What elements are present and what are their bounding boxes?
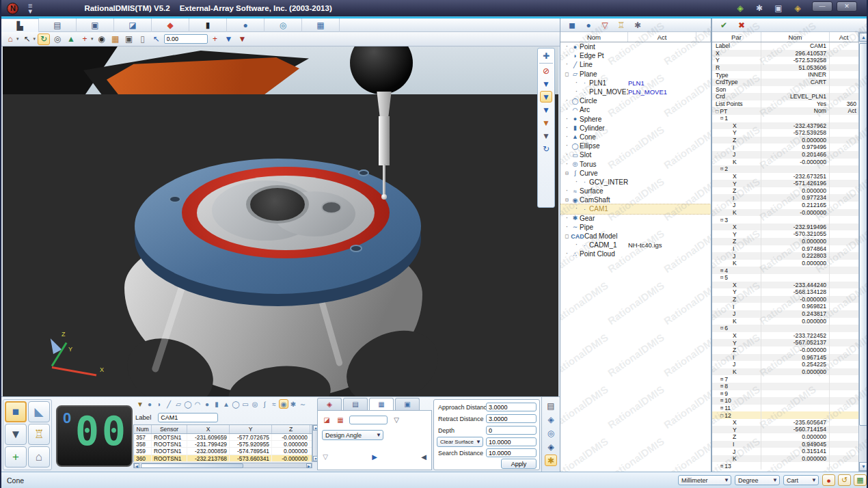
sensor-rack-icon[interactable]: ♖ [615,19,627,31]
zoom-window-icon[interactable]: ◎ [51,33,64,45]
point-group-5[interactable]: ⊟5 [712,274,858,282]
point-1-z[interactable]: Z0.000000 [712,137,858,144]
angle-filter-input[interactable] [349,416,388,424]
torus-icon[interactable]: ◎ [250,399,260,409]
property-row-label[interactable]: LabelCAM1 [712,42,858,50]
property-row-y[interactable]: Y-572.539258 [712,57,858,64]
slot-icon[interactable]: ▭ [241,399,250,409]
tree-guide[interactable]: · [563,161,571,167]
lock-status-icon[interactable]: ◈ [791,2,804,14]
sphere-icon[interactable]: ● [202,399,212,409]
point-6-k[interactable]: K0.000000 [712,368,858,376]
point-1-x[interactable]: X-232.437962 [712,122,858,130]
property-row-x[interactable]: X296.410537 [712,50,858,57]
property-row-type[interactable]: TypeINNER [712,71,858,79]
point-expand-toggle[interactable]: ⊞ [720,268,723,273]
point-5-i[interactable]: I0.969821 [712,303,858,310]
quick-menu-icon[interactable]: ≡▾ [28,3,32,14]
tree-item-circle[interactable]: ·◯Circle [560,96,711,105]
props-col-act[interactable]: Act [830,32,858,42]
tree-item-cad-model[interactable]: □CADCad Model [560,232,711,241]
pt-checkbox[interactable]: □ [716,109,718,114]
tree-guide[interactable]: · [563,116,571,122]
render-mode-icon[interactable]: ▦ [109,33,122,45]
table-col-num[interactable]: Num [134,425,152,433]
tree-guide[interactable]: · [563,152,571,158]
point-12-k[interactable]: K0.000000 [712,455,858,463]
coord-system-select[interactable]: Cart▼ [783,475,819,485]
cnc-axes-icon-caret[interactable]: ▾ [91,36,94,42]
property-row-crd[interactable]: CrdLEVEL_PLN1 [712,93,858,100]
approach-distance-input[interactable] [486,403,537,411]
point-3-k[interactable]: K0.000000 [712,260,858,267]
tree-settings-icon[interactable]: ✱ [632,19,644,31]
pipe-icon[interactable]: ∼ [298,399,308,409]
filter-funnel-icon[interactable]: ▽ [392,415,401,424]
machine-status-icon[interactable]: ✱ [753,2,765,14]
surface-icon[interactable]: ≈ [269,399,279,409]
dual-screen-icon[interactable]: ▣ [772,2,785,14]
tab-monitor[interactable]: ▦ [314,20,327,31]
tree-guide[interactable]: · [573,89,580,95]
edge-point-icon[interactable]: ◗ [154,399,164,409]
props-col-par[interactable]: Par [712,32,761,42]
select-cursor-icon[interactable]: ↖ [21,33,33,45]
tree-item-line[interactable]: ·╱Line [560,60,711,69]
tree-guide[interactable]: · [563,44,571,50]
tree-guide[interactable]: · [573,80,580,86]
props-col-nom[interactable]: Nom [761,32,830,42]
tree-item-camshaft[interactable]: ⊟◉CamShaft [560,195,711,204]
point-group-1[interactable]: ⊟1 [712,115,858,122]
property-row-crdtype[interactable]: CrdTypeCART [712,79,858,86]
table-col-z[interactable]: Z [272,425,310,433]
screen-tab-tab[interactable]: ▣ [395,398,420,410]
tab-machine[interactable]: ▙ [1,18,39,32]
tree-guide[interactable]: · [573,206,580,212]
point-group-11[interactable]: ⊞11 [712,405,858,412]
point-expand-toggle[interactable]: ⊞ [720,377,723,382]
line-icon[interactable]: ╱ [164,399,174,409]
tree-checkbox[interactable]: □ [563,71,571,77]
sensor-tab-tab[interactable]: ◈ [317,398,342,410]
probe-points-icon[interactable]: ▼ [236,33,249,45]
probe-rotate-icon[interactable]: ↻ [540,143,552,154]
tab-monitor[interactable]: ▦ [302,18,340,32]
point-1-y[interactable]: Y-572.539258 [712,129,858,137]
undo-icon[interactable]: ↺ [838,474,851,486]
record-icon[interactable]: ● [822,474,835,486]
tab-globe[interactable]: ◎ [277,20,289,31]
tree-item-point-cloud[interactable]: ·∴Point Cloud [560,249,711,258]
pick-mode-icon[interactable]: ↖ [150,33,163,45]
tab-globe[interactable]: ◎ [265,18,302,32]
point-12-y[interactable]: Y-560.714154 [712,426,858,433]
tree-guide[interactable]: · [563,143,571,149]
cad-sync-icon[interactable]: ▦ [854,474,867,486]
point-group-2[interactable]: ⊟2 [712,165,858,173]
point-5-y[interactable]: Y-568.134128 [712,288,858,296]
point-1-i[interactable]: I0.979496 [712,144,858,151]
tree-item-cam1[interactable]: ··CAM1 [560,204,711,213]
point-6-x[interactable]: X-233.722452 [712,332,858,340]
tree-guide[interactable]: · [563,251,571,257]
machine-button[interactable]: ⌂ [28,446,50,467]
tab-ball[interactable]: ● [227,18,265,32]
point-group-10[interactable]: ⊞10 [712,397,858,405]
rotate-view-icon[interactable]: ↻ [38,33,50,45]
feature-cube-tab-icon[interactable]: ◼ [566,19,578,31]
design-angle-select[interactable]: Design Angle▼ [322,430,383,440]
view-cube-button[interactable]: ■ [5,401,27,422]
tree-col-act[interactable]: Act [628,32,696,42]
tree-item-gear[interactable]: ·✱Gear [560,214,711,223]
property-row-list-points[interactable]: List PointsYes360 [712,100,858,108]
apply-check-icon[interactable]: ✔ [718,19,730,31]
probe-move-icon[interactable]: ▼ [223,33,235,45]
calc-tab-tab[interactable]: ▤ [343,398,368,410]
point-2-z[interactable]: Z0.000000 [712,187,858,195]
point-icon[interactable]: ● [145,399,154,409]
eye-icon[interactable]: ◉ [96,33,108,45]
probe-disable-icon[interactable]: ⊘ [540,65,552,77]
alignment-button[interactable]: ◣ [28,401,50,422]
probe-status-icon[interactable]: ◈ [734,2,746,14]
point-2-x[interactable]: X-232.673251 [712,173,858,180]
point-3-z[interactable]: Z0.000000 [712,238,858,245]
